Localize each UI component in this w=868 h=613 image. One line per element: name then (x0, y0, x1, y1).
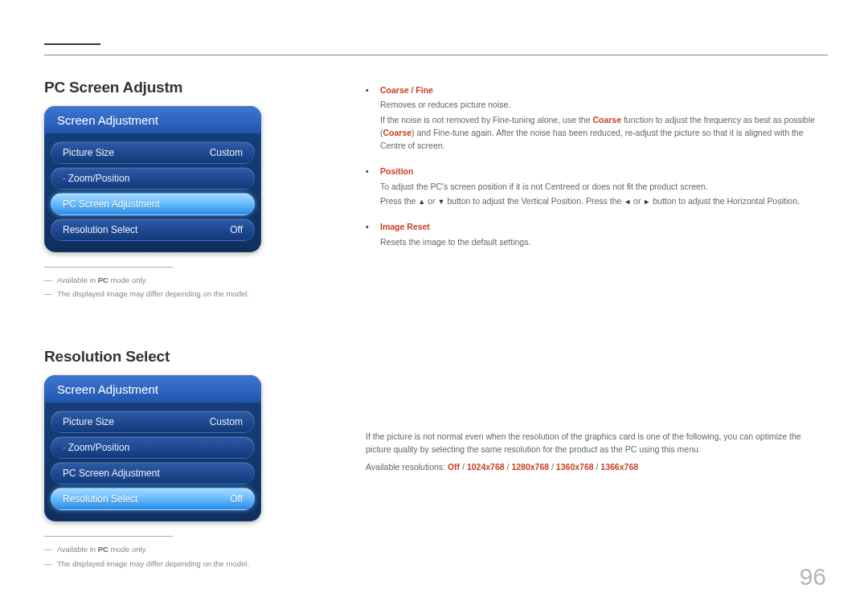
resolution-description: If the picture is not normal even when t… (366, 430, 828, 456)
note-model-1: ― The displayed image may differ dependi… (44, 288, 269, 300)
bullet-text: To adjust the PC's screen position if it… (380, 180, 828, 193)
osd-row[interactable]: Resolution SelectOff (51, 488, 255, 510)
header-rule (44, 55, 828, 55)
note-pc-mode-1: ― Available in PC mode only. (44, 274, 269, 286)
osd-row-value: Off (230, 493, 243, 505)
bullet-text: Removes or reduces picture noise. (380, 98, 828, 111)
osd-row[interactable]: Resolution SelectOff (51, 219, 255, 241)
osd-row-label: Resolution Select (63, 224, 137, 235)
osd-row[interactable]: Zoom/Position (51, 167, 255, 190)
bullet-body: Image ResetResets the image to the defau… (380, 220, 828, 250)
note-model-2: ― The displayed image may differ dependi… (44, 558, 269, 570)
bullet-body: PositionTo adjust the PC's screen positi… (380, 165, 828, 209)
bullet-marker: • (366, 84, 380, 153)
osd-row-label: Zoom/Position (63, 173, 129, 184)
osd-row[interactable]: PC Screen Adjustment (51, 193, 255, 215)
bullet-text: If the noise is not removed by Fine-tuni… (380, 113, 828, 153)
bullet-item: •PositionTo adjust the PC's screen posit… (366, 165, 828, 209)
osd-row-value: Custom (210, 147, 243, 158)
osd-row[interactable]: Picture SizeCustom (51, 141, 255, 164)
osd-row-label: Zoom/Position (63, 442, 129, 453)
notes-divider (44, 267, 173, 268)
available-resolutions: Available resolutions: Off / 1024x768 / … (366, 462, 828, 472)
osd-header-1: Screen Adjustment (44, 106, 261, 133)
section-title-pc-screen: PC Screen Adjustm (44, 79, 269, 96)
chapter-tab (44, 43, 100, 55)
bullet-text: Press the ▲ or ▼ button to adjust the Ve… (380, 194, 828, 207)
osd-row-value: Custom (210, 416, 243, 427)
bullet-marker: • (366, 165, 380, 209)
osd-row-label: Resolution Select (63, 493, 137, 505)
osd-row-label: PC Screen Adjustment (63, 468, 160, 479)
osd-row[interactable]: Picture SizeCustom (51, 411, 255, 433)
osd-row-label: Picture Size (63, 147, 114, 158)
osd-header-2: Screen Adjustment (44, 375, 261, 403)
note-pc-mode-2: ― Available in PC mode only. (44, 543, 269, 555)
bullet-title: Coarse / Fine (380, 84, 828, 96)
bullet-body: Coarse / FineRemoves or reduces picture … (380, 84, 828, 153)
bullet-text: Resets the image to the default settings… (380, 235, 828, 248)
osd-row[interactable]: PC Screen Adjustment (51, 462, 255, 484)
bullet-item: •Image ResetResets the image to the defa… (366, 220, 828, 250)
bullet-marker: • (366, 220, 380, 250)
osd-row-label: PC Screen Adjustment (63, 198, 160, 210)
osd-row-value: Off (230, 224, 243, 235)
page-number: 96 (800, 563, 826, 591)
osd-row[interactable]: Zoom/Position (51, 436, 255, 459)
osd-row-label: Picture Size (63, 416, 114, 427)
notes-divider-2 (44, 536, 173, 537)
osd-panel-1: Screen Adjustment Picture SizeCustomZoom… (44, 106, 261, 252)
osd-panel-2: Screen Adjustment Picture SizeCustomZoom… (44, 375, 261, 521)
bullet-title: Image Reset (380, 220, 828, 233)
section-title-resolution: Resolution Select (44, 348, 269, 366)
bullet-title: Position (380, 165, 828, 178)
bullet-item: •Coarse / FineRemoves or reduces picture… (366, 84, 828, 153)
